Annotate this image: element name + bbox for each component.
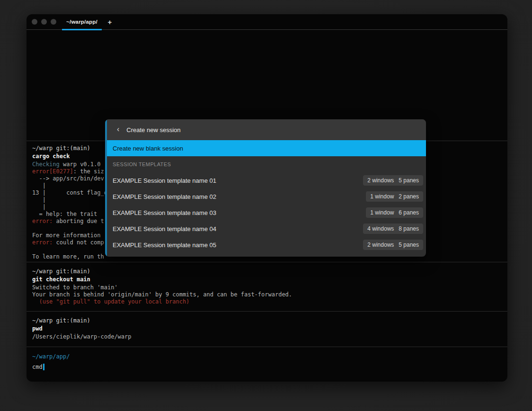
terminal-line: (use "git pull" to update your local bra… bbox=[32, 298, 502, 305]
session-template-row[interactable]: EXAMPLE Session template name 012 window… bbox=[105, 172, 426, 188]
terminal-text-segment bbox=[32, 246, 35, 253]
terminal-line: /Users/cieplik/warp-code/warp bbox=[32, 333, 502, 340]
modal-accent-stripe bbox=[105, 119, 107, 257]
terminal-text-segment: cargo check bbox=[32, 153, 70, 160]
terminal-text-segment: | bbox=[32, 204, 46, 210]
terminal-line: ~/warp/app/ bbox=[32, 353, 502, 360]
terminal-block-pwd[interactable]: ~/warp git:(main)pwd/Users/cieplik/warp-… bbox=[32, 317, 502, 340]
terminal-text-segment: pwd bbox=[32, 325, 43, 332]
back-chevron-icon[interactable]: ‹ bbox=[117, 125, 119, 133]
terminal-text-segment: : the siz bbox=[73, 168, 104, 175]
terminal-text-segment: git checkout main bbox=[32, 276, 90, 283]
panes-count: 6 panes bbox=[399, 209, 419, 216]
terminal-text-segment: 13 | const flag_o bbox=[32, 189, 107, 196]
terminal-line: pwd bbox=[32, 325, 502, 332]
windows-panes-badge: 1 window6 panes bbox=[366, 207, 423, 218]
block-separator bbox=[27, 262, 507, 262]
terminal-text-segment: /Users/cieplik/warp-code/warp bbox=[32, 333, 132, 340]
terminal-block-git-checkout[interactable]: ~/warp git:(main)git checkout mainSwitch… bbox=[32, 268, 502, 305]
terminal-line: Your branch is behind 'origin/main' by 9… bbox=[32, 291, 502, 298]
session-template-row[interactable]: EXAMPLE Session template name 044 window… bbox=[105, 221, 426, 237]
windows-count: 1 window bbox=[370, 209, 394, 216]
window-controls bbox=[32, 19, 56, 25]
windows-panes-badge: 1 window2 panes bbox=[366, 191, 423, 202]
block-separator bbox=[27, 311, 507, 312]
terminal-text-segment: error[E0277] bbox=[32, 168, 73, 175]
terminal-text-segment: For more information bbox=[32, 232, 104, 239]
windows-panes-badge: 2 windows5 panes bbox=[363, 175, 423, 186]
terminal-text-segment: --> app/src/bin/dev bbox=[32, 175, 104, 182]
create-blank-session-option[interactable]: Create new blank session bbox=[105, 140, 426, 156]
modal-title: Create new session bbox=[126, 126, 180, 134]
terminal-text-segment: aborting due t bbox=[53, 218, 104, 224]
windows-count: 2 windows bbox=[367, 177, 394, 184]
modal-header: ‹ Create new session bbox=[105, 119, 426, 140]
maximize-window-button[interactable] bbox=[51, 19, 56, 25]
close-window-button[interactable] bbox=[32, 19, 37, 25]
terminal-line: ~/warp git:(main) bbox=[32, 268, 502, 275]
minimize-window-button[interactable] bbox=[41, 19, 47, 25]
windows-count: 1 window bbox=[370, 193, 394, 200]
active-tab-indicator bbox=[62, 29, 102, 30]
terminal-text-segment: (use "git pull" to update your local bra… bbox=[32, 298, 189, 305]
block-separator bbox=[27, 347, 507, 347]
terminal-text-segment: = help: the trait bbox=[32, 211, 101, 217]
terminal-text-segment bbox=[32, 225, 35, 232]
terminal-text-segment: To learn more, run th bbox=[32, 253, 104, 260]
terminal-text-segment: Your branch is behind 'origin/main' by 9… bbox=[32, 291, 292, 298]
text-cursor bbox=[43, 364, 44, 370]
terminal-text-segment: Switched to branch 'main' bbox=[32, 284, 118, 291]
tab-bar: ~/warp/app/ + bbox=[27, 14, 507, 30]
terminal-text-segment: could not comp bbox=[53, 239, 104, 246]
tab-title: ~/warp/app/ bbox=[66, 19, 98, 25]
terminal-line: Switched to branch 'main' bbox=[32, 284, 502, 291]
session-template-list: EXAMPLE Session template name 012 window… bbox=[105, 172, 426, 253]
session-template-row[interactable]: EXAMPLE Session template name 052 window… bbox=[105, 237, 426, 253]
terminal-text-segment: ~/warp git:(main) bbox=[32, 317, 90, 324]
create-session-modal: ‹ Create new session Create new blank se… bbox=[105, 119, 426, 257]
terminal-line: ~/warp git:(main) bbox=[32, 317, 502, 324]
terminal-line: cmd bbox=[32, 364, 502, 371]
windows-panes-badge: 4 windows8 panes bbox=[363, 223, 423, 234]
windows-count: 4 windows bbox=[367, 225, 394, 232]
terminal-line: git checkout main bbox=[32, 276, 502, 283]
desktop-background: ~/warp/app/ + ~/warp git:(main)cargo che… bbox=[0, 0, 532, 411]
panes-count: 5 panes bbox=[399, 177, 419, 184]
windows-panes-badge: 2 windows5 panes bbox=[363, 240, 423, 250]
session-templates-section-label: SESSION TEMPLATES bbox=[105, 156, 426, 172]
terminal-text-segment: error: bbox=[32, 218, 53, 224]
terminal-text-segment: Checking bbox=[32, 161, 60, 168]
terminal-text-segment: | bbox=[32, 182, 46, 189]
session-template-name: EXAMPLE Session template name 03 bbox=[113, 209, 216, 216]
terminal-block-current-input[interactable]: ~/warp/app/cmd bbox=[32, 353, 502, 371]
terminal-text-segment: error: bbox=[32, 239, 53, 246]
terminal-text-segment: cmd bbox=[32, 364, 43, 370]
session-template-row[interactable]: EXAMPLE Session template name 021 window… bbox=[105, 188, 426, 205]
session-template-row[interactable]: EXAMPLE Session template name 031 window… bbox=[105, 205, 426, 221]
tab-warp-app[interactable]: ~/warp/app/ bbox=[62, 14, 102, 29]
terminal-text-segment: ~/warp/app/ bbox=[32, 353, 70, 360]
session-template-name: EXAMPLE Session template name 02 bbox=[113, 193, 216, 200]
windows-count: 2 windows bbox=[367, 241, 394, 248]
panes-count: 5 panes bbox=[399, 241, 419, 248]
new-tab-button[interactable]: + bbox=[105, 14, 115, 29]
session-template-name: EXAMPLE Session template name 01 bbox=[113, 177, 216, 184]
session-template-name: EXAMPLE Session template name 05 bbox=[113, 241, 216, 249]
panes-count: 2 panes bbox=[399, 193, 419, 200]
terminal-text-segment: warp v0.1.0 bbox=[60, 161, 104, 168]
terminal-text-segment: | bbox=[32, 197, 46, 203]
panes-count: 8 panes bbox=[399, 225, 419, 232]
terminal-text-segment: ~/warp git:(main) bbox=[32, 268, 90, 275]
terminal-text-segment: ~/warp git:(main) bbox=[32, 145, 90, 152]
session-template-name: EXAMPLE Session template name 04 bbox=[113, 225, 216, 232]
